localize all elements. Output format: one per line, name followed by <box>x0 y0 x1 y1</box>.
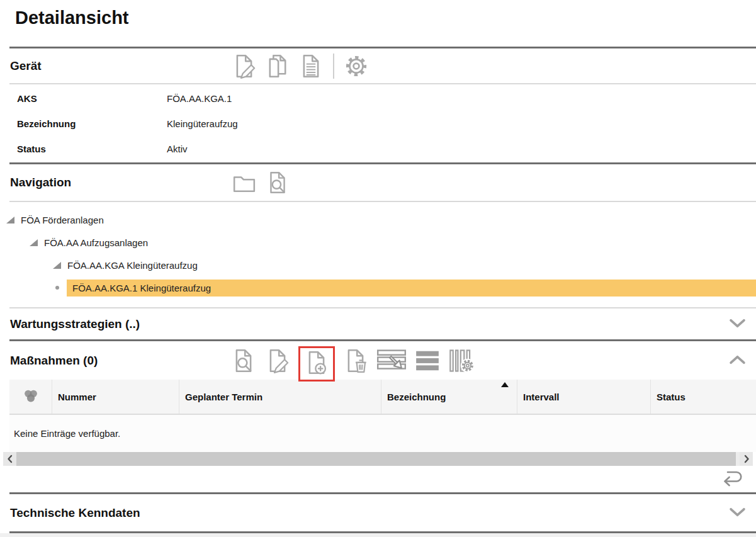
column-header-bezeichnung[interactable]: Bezeichnung <box>381 380 517 414</box>
scroll-left-icon <box>7 455 13 463</box>
barcode-settings-icon <box>448 348 476 373</box>
column-label: Status <box>657 392 685 402</box>
field-row-status: Status Aktiv <box>0 136 756 161</box>
column-header-intervall[interactable]: Intervall <box>517 380 650 414</box>
document-edit-icon <box>264 348 291 373</box>
rows-cursor-icon <box>376 348 407 373</box>
document-search-icon <box>230 348 257 373</box>
delete-measure-button[interactable] <box>342 348 369 373</box>
folder-icon <box>232 171 257 195</box>
edit-measure-button[interactable] <box>264 348 291 373</box>
navigation-toolbar <box>232 171 290 195</box>
table-footer <box>0 466 756 492</box>
section-geraet-header: Gerät <box>0 48 756 83</box>
empty-message-text: Keine Einträge verfügbar. <box>14 428 120 439</box>
expand-technische-kenndaten-button[interactable] <box>729 507 746 519</box>
column-label: Bezeichnung <box>387 392 446 402</box>
settings-gear-icon <box>344 54 369 79</box>
field-label: AKS <box>17 93 167 104</box>
list-view-button[interactable] <box>414 348 441 373</box>
select-rows-button[interactable] <box>376 348 407 373</box>
tree-expander-icon[interactable] <box>6 217 14 223</box>
chevron-down-icon <box>729 318 746 328</box>
return-arrow-icon <box>718 468 746 488</box>
horizontal-scrollbar[interactable] <box>3 452 753 466</box>
collapse-massnahmen-button[interactable] <box>729 354 746 366</box>
tree-node[interactable]: FÖA.AA Aufzugsanlagen <box>0 231 756 254</box>
field-value: Aktiv <box>167 144 188 154</box>
section-wartungsstrategien-title: Wartungsstrategien (..) <box>10 317 140 331</box>
column-label: Intervall <box>523 392 560 402</box>
chevron-up-icon <box>729 354 746 365</box>
report-device-button[interactable] <box>298 54 324 79</box>
field-value: Kleingüteraufzug <box>167 118 238 129</box>
add-measure-button[interactable] <box>303 350 330 375</box>
geraet-toolbar <box>232 54 369 79</box>
scroll-right-icon <box>743 455 750 463</box>
tree-node[interactable]: FÖA Förderanlagen <box>0 208 756 231</box>
device-settings-button[interactable] <box>344 54 369 79</box>
highlighted-action-box <box>298 346 335 382</box>
document-report-icon <box>298 54 324 79</box>
copy-device-button[interactable] <box>265 54 290 79</box>
section-wartungsstrategien-header: Wartungsstrategien (..) <box>0 308 756 339</box>
tree-node-label: FÖA Förderanlagen <box>21 215 104 225</box>
navigation-tree: FÖA Förderanlagen FÖA.AA Aufzugsanlagen … <box>0 202 756 307</box>
field-row-bezeichnung: Bezeichnung Kleingüteraufzug <box>0 111 756 136</box>
section-geraet-title: Gerät <box>10 59 42 73</box>
section-massnahmen-title: Maßnahmen (0) <box>10 354 98 368</box>
table-empty-message: Keine Einträge verfügbar. <box>9 415 756 452</box>
page-title: Detailansicht <box>0 0 756 47</box>
tree-node[interactable]: FÖA.AA.KGA Kleingüteraufzug <box>0 254 756 276</box>
document-add-icon <box>303 350 330 375</box>
scroll-right-button[interactable] <box>740 452 753 466</box>
column-header-status-icon[interactable] <box>9 380 52 414</box>
field-label: Bezeichnung <box>17 118 167 129</box>
view-measure-button[interactable] <box>230 348 257 373</box>
column-header-status[interactable]: Status <box>650 380 756 414</box>
tree-node-label: FÖA.AA.KGA.1 Kleingüteraufzug <box>67 280 756 297</box>
page-background-strip <box>0 533 756 537</box>
tree-leaf-bullet-icon <box>55 286 59 290</box>
column-header-nummer[interactable]: Nummer <box>52 380 179 414</box>
sort-ascending-icon <box>501 382 509 387</box>
chevron-down-icon <box>729 507 746 517</box>
field-value: FÖA.AA.KGA.1 <box>167 93 232 104</box>
tree-node-label: FÖA.AA.KGA Kleingüteraufzug <box>67 260 198 271</box>
section-technische-kenndaten-header: Technische Kenndaten <box>0 494 756 531</box>
tree-node-selected[interactable]: FÖA.AA.KGA.1 Kleingüteraufzug <box>0 276 756 299</box>
column-header-geplanter-termin[interactable]: Geplanter Termin <box>179 380 381 414</box>
tree-expander-icon[interactable] <box>30 239 38 246</box>
massnahmen-table-header: Nummer Geplanter Termin Bezeichnung Inte… <box>9 380 756 415</box>
list-bars-icon <box>414 348 441 373</box>
document-edit-icon <box>232 54 257 79</box>
column-label: Geplanter Termin <box>185 392 262 402</box>
section-massnahmen-header: Maßnahmen (0) <box>0 341 756 380</box>
field-label: Status <box>17 144 167 154</box>
document-delete-icon <box>342 348 369 373</box>
geraet-fields: AKS FÖA.AA.KGA.1 Bezeichnung Kleingütera… <box>0 84 756 162</box>
column-label: Nummer <box>58 392 96 402</box>
scroll-left-button[interactable] <box>3 452 16 466</box>
document-copy-icon <box>265 54 290 79</box>
scrollbar-thumb[interactable] <box>16 452 736 466</box>
massnahmen-toolbar <box>230 343 476 378</box>
section-technische-kenndaten-title: Technische Kenndaten <box>10 506 140 520</box>
edit-device-button[interactable] <box>232 54 257 79</box>
field-row-aks: AKS FÖA.AA.KGA.1 <box>0 86 756 111</box>
tree-expander-icon[interactable] <box>53 262 61 269</box>
return-button[interactable] <box>718 468 746 488</box>
status-circles-icon <box>21 388 40 405</box>
tree-node-label: FÖA.AA Aufzugsanlagen <box>44 237 148 248</box>
toolbar-separator <box>333 54 334 79</box>
section-navigation-header: Navigation <box>0 164 756 201</box>
search-structure-button[interactable] <box>265 171 290 195</box>
open-folder-button[interactable] <box>232 171 257 195</box>
document-search-icon <box>265 171 290 195</box>
section-navigation-title: Navigation <box>10 176 71 189</box>
expand-wartungsstrategien-button[interactable] <box>729 318 746 330</box>
barcode-settings-button[interactable] <box>448 348 476 373</box>
